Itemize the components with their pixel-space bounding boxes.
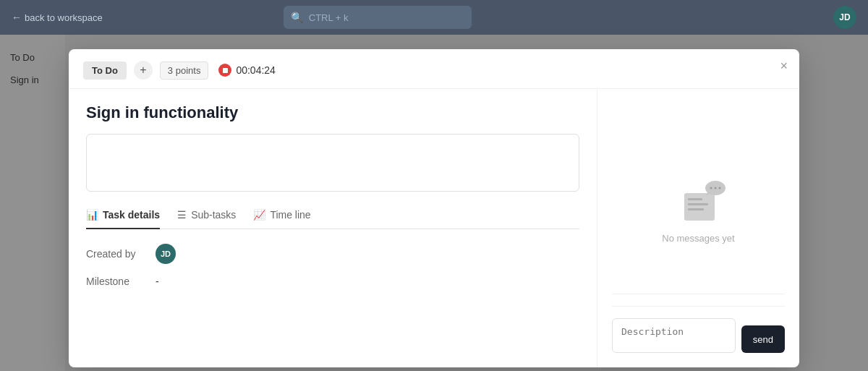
add-button[interactable]: + [134,61,153,80]
stop-icon [223,68,228,73]
modal-right-panel: No messages yet send [597,89,799,367]
no-messages-illustration [666,168,731,233]
search-icon: 🔍 [291,12,303,23]
user-avatar-top[interactable]: JD [833,6,856,29]
close-button[interactable]: × [780,59,788,72]
modal-overlay: To Do + 3 points 00:04:24 × Sign in func… [0,35,868,371]
back-to-workspace-link[interactable]: ← back to workspace [12,12,103,23]
svg-rect-1 [688,198,702,200]
message-input[interactable] [612,318,736,353]
tab-task-details-label: Task details [103,209,160,221]
created-by-label: Created by [86,248,144,260]
top-bar: ← back to workspace 🔍 CTRL + k JD [0,0,868,35]
tab-sub-tasks-label: Sub-tasks [191,209,236,221]
timer-section: 00:04:24 [218,64,276,77]
milestone-value: - [156,276,159,287]
no-messages-text: No messages yet [662,233,734,244]
milestone-label: Milestone [86,276,144,287]
status-button[interactable]: To Do [83,61,127,80]
modal-header: To Do + 3 points 00:04:24 × [69,49,799,89]
task-title: Sign in functionality [86,103,579,122]
svg-point-8 [718,187,720,189]
tab-time-line-label: Time line [270,209,310,221]
time-line-icon: 📈 [253,209,265,221]
no-messages-section: No messages yet [662,103,734,294]
avatar-initials: JD [839,12,850,22]
creator-avatar: JD [156,244,176,264]
tab-time-line[interactable]: 📈 Time line [253,209,310,229]
created-by-row: Created by JD [86,244,579,264]
modal-body: Sign in functionality 📊 Task details ☰ S… [69,89,799,367]
svg-point-7 [714,187,716,189]
svg-rect-2 [688,203,708,205]
timer-stop-button[interactable] [218,64,231,77]
sub-tasks-icon: ☰ [177,209,187,221]
svg-point-6 [710,187,712,189]
milestone-row: Milestone - [86,276,579,287]
message-input-area: send [612,294,785,353]
points-badge: 3 points [160,61,209,80]
task-details-icon: 📊 [86,209,98,221]
search-placeholder: CTRL + k [309,12,464,23]
svg-rect-0 [684,193,715,221]
tab-sub-tasks[interactable]: ☰ Sub-tasks [177,209,236,229]
svg-rect-3 [688,208,704,210]
send-button[interactable]: send [741,325,785,353]
task-modal: To Do + 3 points 00:04:24 × Sign in func… [69,49,799,367]
creator-initials: JD [161,250,171,258]
timer-value: 00:04:24 [236,64,276,76]
search-bar[interactable]: 🔍 CTRL + k [284,6,472,29]
back-label: back to workspace [25,12,103,23]
task-description-input[interactable] [86,134,579,192]
tab-task-details[interactable]: 📊 Task details [86,209,160,229]
back-arrow-icon: ← [12,12,22,23]
modal-left-panel: Sign in functionality 📊 Task details ☰ S… [69,89,597,367]
tabs-container: 📊 Task details ☰ Sub-tasks 📈 Time line [86,209,579,229]
